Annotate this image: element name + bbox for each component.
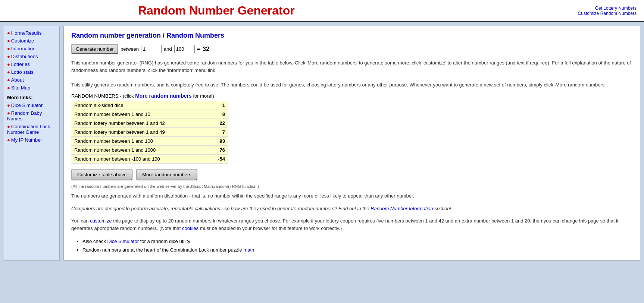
italic-text: Computers are designed to perform accura… [71,205,632,212]
sidebar-bullet: ● [7,137,10,143]
sidebar-more-item: ●Random Baby Names [4,109,59,123]
description1: This random number generator (RNG) has g… [71,59,632,88]
sidebar-link[interactable]: About [11,77,24,83]
cust-text3: must be enabled in your browser for this… [198,225,342,231]
more-links-heading: More links: [4,92,59,101]
customize-random-link[interactable]: Customize Random Numbers [578,11,637,16]
customize-table-button[interactable]: Customize table above [71,169,132,180]
rn-info-link[interactable]: Random Number Information [371,206,433,211]
sidebar-bullet: ● [7,46,10,51]
table-cell-label: Random number between -100 and 100 [71,155,206,164]
rn-heading: RANDOM NUMBERS - (click More random numb… [71,93,632,99]
generate-row: Generate number between and = 32 [71,44,632,54]
cust-text2: this page to display up to 20 random num… [71,218,619,231]
sidebar-link[interactable]: Distributions [11,54,38,59]
sidebar-link[interactable]: Lotto stats [11,69,34,75]
sidebar-more-item: ●Dice Simulator [4,101,59,109]
sidebar-item: ●About [4,76,59,84]
sidebar-more-link[interactable]: Combination Lock Number Game [7,124,50,135]
main-nav: ●Home/Results●Customize●Information●Dist… [4,29,59,92]
sidebar-bullet: ● [7,30,10,36]
generate-button[interactable]: Generate number [71,44,118,54]
footnote: (All the random numbers are generated on… [71,184,632,189]
customize-inline-link[interactable]: customize [90,218,112,224]
min-input[interactable] [141,45,162,53]
more-random-link-inline[interactable]: More random numbers [135,93,192,99]
also-item1-prefix: Also check [82,239,107,244]
header-links: Get Lottery Numbers Customize Random Num… [578,4,637,16]
desc1-text: This random number generator (RNG) has g… [71,59,632,74]
cookies-link[interactable]: cookies [182,225,198,231]
random-table: Random six-sided dice 1 Random number be… [71,101,228,164]
table-cell-value: 1 [206,101,228,110]
sidebar-more-item: ●Combination Lock Number Game [4,123,59,136]
sidebar-bullet: ● [7,61,10,67]
sidebar-link[interactable]: Customize [11,38,34,44]
page-title: Random Number Generator [138,4,295,18]
table-cell-label: Random lottery number between 1 and 49 [71,128,206,137]
between-label: between [121,46,139,52]
also-item1-suffix: for a random dice utility [139,239,190,244]
sidebar-more-link[interactable]: Random Baby Names [7,110,42,121]
table-cell-value: 7 [206,128,228,137]
italic-text2: section! [433,206,451,211]
main-content: Random number generation / Random Number… [63,26,640,261]
italic-text1: Computers are designed to perform accura… [71,206,371,211]
dice-sim-link[interactable]: Dice Simulator [107,239,139,244]
equals-label: = [197,46,200,53]
table-row: Random number between -100 and 100 -54 [71,155,228,164]
max-input[interactable] [174,45,195,53]
sidebar-item: ●Information [4,45,59,53]
more-random-button[interactable]: More random numbers [136,169,197,180]
table-cell-label: Random lottery number between 1 and 42 [71,119,206,128]
table-row: Random number between 1 and 100 93 [71,137,228,146]
get-lottery-link[interactable]: Get Lottery Numbers [578,6,637,11]
and-label: and [164,46,172,52]
also-check: Also check Dice Simulator for a random d… [71,237,632,255]
customize-text: You can customize this page to display u… [71,217,632,232]
sidebar-bullet: ● [7,85,10,91]
table-cell-value: 8 [206,110,228,119]
table-cell-value: 22 [206,119,228,128]
sidebar-more-link[interactable]: Dice Simulator [11,102,43,108]
sidebar-bullet: ● [7,124,10,129]
sidebar-item: ●Home/Results [4,29,59,37]
sidebar-item: ●Lotteries [4,60,59,68]
uniform-text: The numbers are generated with a uniform… [71,192,632,200]
sidebar-bullet: ● [7,54,10,59]
table-cell-label: Random six-sided dice [71,101,206,110]
sidebar-more-link[interactable]: My IP Number [11,137,42,143]
sidebar-link[interactable]: Site Map [11,85,30,91]
result-number: 32 [203,46,209,53]
sidebar-link[interactable]: Information [11,46,35,51]
also-item2: Random numbers are at the heart of the C… [82,246,632,254]
sidebar-item: ●Customize [4,37,59,45]
also-item2-text: Random numbers are at the heart of the C… [82,247,243,253]
sidebar-link[interactable]: Home/Results [11,30,42,36]
desc2-text: This utility generates random numbers, a… [71,81,632,89]
table-cell-value: 76 [206,146,228,155]
table-row: Random six-sided dice 1 [71,101,228,110]
random-numbers-section: RANDOM NUMBERS - (click More random numb… [71,93,632,164]
table-cell-label: Random number between 1 and 100 [71,137,206,146]
table-row: Random number between 1 and 10 8 [71,110,228,119]
table-cell-label: Random number between 1 and 1000 [71,146,206,155]
more-nav: ●Dice Simulator●Random Baby Names●Combin… [4,101,59,144]
sidebar-item: ●Site Map [4,84,59,92]
rn-heading-bold: RANDOM NUMBERS [71,93,118,99]
rn-subtext: - (click [118,93,135,99]
sidebar-bullet: ● [7,102,10,108]
sidebar-bullet: ● [7,110,10,116]
table-row: Random lottery number between 1 and 49 7 [71,128,228,137]
math-link[interactable]: math [243,247,254,253]
sidebar-bullet: ● [7,77,10,83]
table-cell-value: -54 [206,155,228,164]
sidebar: ●Home/Results●Customize●Information●Dist… [4,26,60,261]
page-heading: Random number generation / Random Number… [71,32,632,40]
table-row: Random number between 1 and 1000 76 [71,146,228,155]
sidebar-item: ●Distributions [4,53,59,60]
cust-text1: You can [71,218,90,224]
sidebar-link[interactable]: Lotteries [11,61,30,67]
sidebar-item: ●Lotto stats [4,68,59,76]
sidebar-bullet: ● [7,38,10,44]
